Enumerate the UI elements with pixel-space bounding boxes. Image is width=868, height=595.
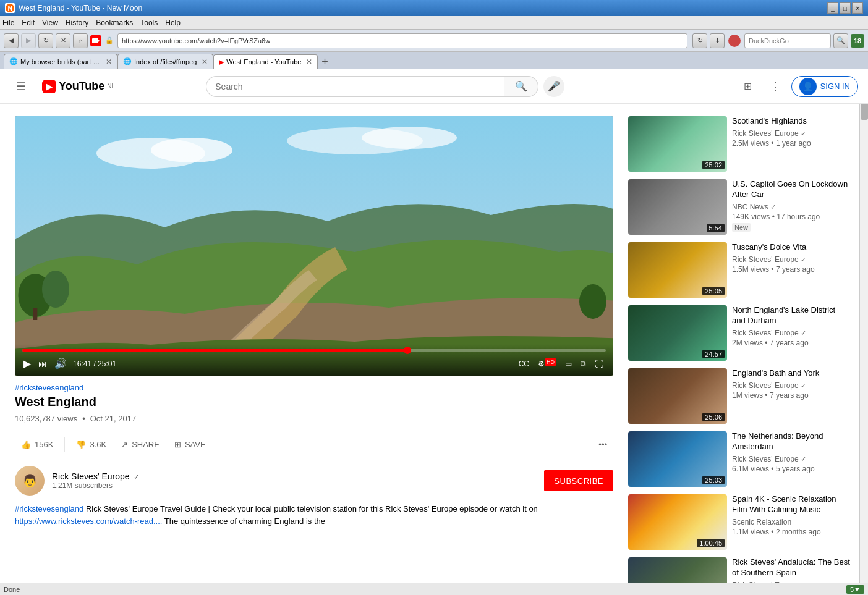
browser-titlebar: N West England - YouTube - New Moon _ □ … xyxy=(0,0,868,16)
sidebar-channel-sv3: Rick Steves' Europe ✓ xyxy=(732,255,851,264)
maximize-button[interactable]: □ xyxy=(840,2,851,14)
youtube-logo[interactable]: ▶ YouTubeNL xyxy=(42,80,115,93)
settings-button[interactable]: ⚙HD xyxy=(535,358,559,369)
tab-2[interactable]: 🌐 Index of /files/ffmpeg ✕ xyxy=(117,54,213,69)
dislike-count: 3.6K xyxy=(90,440,106,449)
tab-3-close[interactable]: ✕ xyxy=(306,57,312,66)
reload-button[interactable]: ↻ xyxy=(38,33,53,48)
more-actions-button[interactable]: ••• xyxy=(592,436,613,453)
sidebar-title-sv2: U.S. Capitol Goes On Lockdown After Car xyxy=(732,179,851,200)
svg-rect-11 xyxy=(33,308,38,320)
voice-search-button[interactable]: 🎤 xyxy=(543,76,564,97)
sidebar-channel-sv7: Scenic Relaxation xyxy=(732,518,851,526)
next-button[interactable]: ⏭ xyxy=(37,358,48,370)
menu-history[interactable]: History xyxy=(66,19,88,27)
sign-in-button[interactable]: 👤 SIGN IN xyxy=(791,76,858,97)
play-pause-button[interactable]: ▶ xyxy=(22,357,32,371)
channel-avatar[interactable]: 👨 xyxy=(15,466,45,496)
channel-name[interactable]: Rick Steves' Europe ✓ xyxy=(52,471,140,481)
thumb-duration-sv6: 25:03 xyxy=(702,476,725,484)
sidebar-info-sv3: Tuscany's Dolce Vita Rick Steves' Europe… xyxy=(732,242,851,298)
apps-grid-button[interactable]: ⊞ xyxy=(737,75,759,98)
publish-date: Oct 21, 2017 xyxy=(90,414,136,423)
browser-search-input[interactable] xyxy=(744,33,831,48)
browser-scrollbar[interactable] xyxy=(859,69,868,595)
dislike-button[interactable]: 👎 3.6K xyxy=(70,436,113,453)
back-button[interactable]: ◀ xyxy=(4,33,19,48)
tab-3-label: West England - YouTube xyxy=(226,58,301,65)
forward-button[interactable]: ▶ xyxy=(21,33,36,48)
video-hashtag[interactable]: #rickstevesengland xyxy=(15,383,613,392)
theater-mode-button[interactable]: ▭ xyxy=(563,358,574,369)
browser-search-button[interactable]: 🔍 xyxy=(833,33,848,48)
sidebar-video-item-sv5[interactable]: 25:06 England's Bath and York Rick Steve… xyxy=(628,368,851,424)
menu-help[interactable]: Help xyxy=(165,19,181,27)
search-input[interactable] xyxy=(206,76,504,97)
save-button[interactable]: ⊞ SAVE xyxy=(168,436,212,453)
download-button[interactable]: ⬇ xyxy=(710,33,725,48)
addon-icon xyxy=(728,35,741,47)
thumb-duration-sv2: 5:54 xyxy=(707,224,725,232)
subscribe-button[interactable]: SUBSCRIBE xyxy=(544,470,613,491)
meta-separator: • xyxy=(82,414,85,423)
description-link[interactable]: https://www.ricksteves.com/watch-read...… xyxy=(15,517,162,526)
hd-badge: HD xyxy=(545,358,556,366)
sidebar-video-item-sv7[interactable]: 1:00:45 Spain 4K - Scenic Relaxation Fil… xyxy=(628,494,851,550)
fullscreen-button[interactable]: ⛶ xyxy=(592,358,606,370)
tab-1[interactable]: 🌐 My browser builds (part 2) - Page 158 … xyxy=(4,54,117,69)
tab-2-label: Index of /files/ffmpeg xyxy=(134,58,197,65)
stop-button[interactable]: ✕ xyxy=(56,33,70,48)
more-icon: ••• xyxy=(598,440,607,449)
tab-3[interactable]: ▶ West England - YouTube ✕ xyxy=(213,54,318,69)
browser-menubar: File Edit View History Bookmarks Tools H… xyxy=(0,16,868,30)
video-section: ▶ ⏭ 🔊 16:41 / 25:01 CC ⚙HD xyxy=(15,116,613,595)
sidebar-video-item-sv4[interactable]: 24:57 North England's Lake District and … xyxy=(628,305,851,361)
search-button[interactable]: 🔍 xyxy=(504,76,538,97)
sidebar-meta-sv5: 1M views • 7 years ago xyxy=(732,391,851,400)
sidebar-video-item-sv6[interactable]: 25:03 The Netherlands: Beyond Amsterdam … xyxy=(628,431,851,487)
menu-hamburger-button[interactable]: ☰ xyxy=(10,75,32,98)
menu-file[interactable]: File xyxy=(2,19,14,27)
volume-button[interactable]: 🔊 xyxy=(53,357,68,371)
sidebar-badge-sv2: New xyxy=(732,223,751,232)
sidebar-thumb-sv6: 25:03 xyxy=(628,431,727,487)
tab-1-favicon: 🌐 xyxy=(9,57,18,65)
menu-tools[interactable]: Tools xyxy=(140,19,158,27)
menu-bookmarks[interactable]: Bookmarks xyxy=(96,19,133,27)
browser-icon: N xyxy=(5,3,15,13)
refresh-button[interactable]: ↻ xyxy=(692,33,707,48)
share-button[interactable]: ↗ SHARE xyxy=(115,436,166,453)
sidebar-channel-sv1: Rick Steves' Europe ✓ xyxy=(732,129,851,138)
sidebar-video-item-sv3[interactable]: 25:05 Tuscany's Dolce Vita Rick Steves' … xyxy=(628,242,851,298)
description-hashtag[interactable]: #rickstevesengland xyxy=(15,504,83,513)
new-tab-button[interactable]: + xyxy=(318,55,331,69)
sidebar-meta-sv1: 2.5M views • 1 year ago xyxy=(732,139,851,148)
miniplayer-button[interactable]: ⧉ xyxy=(578,358,589,369)
video-landscape xyxy=(15,116,613,376)
minimize-button[interactable]: _ xyxy=(827,2,838,14)
share-icon: ↗ xyxy=(121,440,128,449)
close-button[interactable]: ✕ xyxy=(852,2,863,14)
menu-edit[interactable]: Edit xyxy=(22,19,35,27)
home-button[interactable]: ⌂ xyxy=(73,33,88,48)
menu-view[interactable]: View xyxy=(42,19,58,27)
sidebar-video-item-sv1[interactable]: 25:02 Scotland's Highlands Rick Steves' … xyxy=(628,116,851,172)
sidebar-info-sv5: England's Bath and York Rick Steves' Eur… xyxy=(732,368,851,424)
subscriber-count: 1.21M subscribers xyxy=(52,481,140,490)
sidebar-title-sv6: The Netherlands: Beyond Amsterdam xyxy=(732,431,851,452)
sidebar-info-sv4: North England's Lake District and Durham… xyxy=(732,305,851,361)
sidebar-video-item-sv2[interactable]: 5:54 U.S. Capitol Goes On Lockdown After… xyxy=(628,179,851,235)
like-button[interactable]: 👍 156K xyxy=(15,436,59,453)
tab-2-close[interactable]: ✕ xyxy=(202,57,208,66)
svg-marker-3 xyxy=(98,40,100,42)
progress-bar[interactable] xyxy=(22,349,606,352)
youtube-logo-text: YouTube xyxy=(59,80,104,93)
sign-in-label: SIGN IN xyxy=(820,82,850,91)
more-options-button[interactable]: ⋮ xyxy=(764,75,786,98)
address-bar[interactable] xyxy=(117,33,687,48)
tab-1-close[interactable]: ✕ xyxy=(106,57,112,66)
sidebar-title-sv3: Tuscany's Dolce Vita xyxy=(732,242,851,253)
sidebar-thumb-sv1: 25:02 xyxy=(628,116,727,172)
subtitles-button[interactable]: CC xyxy=(516,358,532,369)
video-player[interactable]: ▶ ⏭ 🔊 16:41 / 25:01 CC ⚙HD xyxy=(15,116,613,376)
